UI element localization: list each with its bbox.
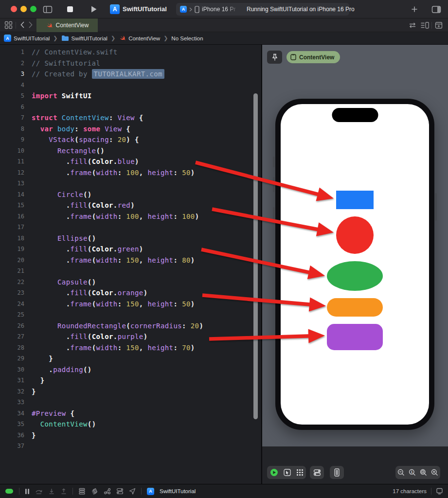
go-forward-button[interactable] [28,21,33,29]
zoom-in-button[interactable] [431,469,438,476]
phone-screen[interactable] [281,104,429,425]
preview-chip-label: ContentView [299,54,334,61]
line-number[interactable]: 35 [0,421,24,427]
line-number[interactable]: 10 [0,147,24,154]
zoom-100-button[interactable]: 1 [409,469,416,476]
selectable-preview-button[interactable] [284,469,291,476]
debug-gauges-button[interactable] [104,488,111,495]
line-number[interactable]: 26 [0,322,24,329]
line-number[interactable]: 9 [0,136,24,143]
stop-button[interactable] [67,4,73,15]
code-line: 10 Rectangle() [0,145,261,157]
go-back-button[interactable] [20,21,25,29]
line-number[interactable]: 13 [0,180,24,187]
line-number[interactable]: 17 [0,224,24,231]
line-number[interactable]: 27 [0,333,24,340]
code-line: 24 .frame(width: 150, height: 50) [0,299,261,310]
line-number[interactable]: 36 [0,432,24,439]
line-number[interactable]: 7 [0,114,24,121]
view-hierarchy-button[interactable] [78,488,86,495]
line-number[interactable]: 37 [0,443,24,449]
line-number[interactable]: 6 [0,104,24,110]
line-number[interactable]: 18 [0,235,24,242]
zoom-window-button[interactable] [30,6,36,12]
preview-zoom-group: 1 [395,466,440,479]
line-number[interactable]: 28 [0,344,24,351]
swap-editor-icon[interactable] [409,22,416,29]
line-number[interactable]: 11 [0,158,24,165]
line-number[interactable]: 20 [0,257,24,264]
line-number[interactable]: 3 [0,71,24,77]
line-number[interactable]: 31 [0,377,24,384]
line-number[interactable]: 24 [0,301,24,307]
line-number[interactable]: 5 [0,92,24,99]
pause-execution-button[interactable] [25,488,30,495]
editor-options-icon[interactable] [420,21,430,29]
line-number[interactable]: 8 [0,125,24,132]
line-number[interactable]: 32 [0,388,24,395]
line-number[interactable]: 23 [0,289,24,296]
editor-tab-bar: ContentView [0,18,448,32]
line-number[interactable]: 16 [0,213,24,220]
toggle-navigator-sidebar-button[interactable] [43,4,53,15]
tab-label: ContentView [56,22,89,29]
add-editor-icon[interactable] [435,21,443,29]
line-number[interactable]: 29 [0,355,24,362]
pin-preview-button[interactable] [267,51,282,64]
device-settings-button[interactable] [310,466,324,479]
code-line: 20 .frame(width: 150, height: 80) [0,255,261,266]
breadcrumb-file[interactable]: ContentView [119,35,160,42]
close-window-button[interactable] [11,6,17,12]
code-line: 17 [0,222,261,233]
preview-variants-button[interactable] [296,469,304,476]
preview-device-button[interactable] [330,466,344,479]
swift-file-icon [46,22,53,29]
zoom-out-button[interactable] [397,469,405,476]
editor-scrollbar[interactable] [253,93,258,419]
line-number[interactable]: 1 [0,49,24,55]
environment-overrides-button[interactable] [116,488,124,495]
code-line: 11 .fill(Color.blue) [0,156,261,167]
line-number[interactable]: 22 [0,279,24,285]
running-app-name: SwiftUITutorial [160,488,196,494]
line-number[interactable]: 12 [0,169,24,176]
live-preview-button[interactable] [270,468,278,477]
breadcrumb-project[interactable]: A SwiftUITutorial [4,35,50,42]
step-into-button[interactable] [48,488,55,495]
source-editor[interactable]: 1// ContentView.swift2// SwiftTutorial3/… [0,45,261,484]
line-number[interactable]: 21 [0,267,24,274]
breakpoints-toggle[interactable] [5,488,14,494]
iphone-preview-frame [275,99,434,430]
line-number[interactable]: 33 [0,399,24,406]
preview-selection-chip[interactable]: ContentView [287,51,340,63]
line-number[interactable]: 15 [0,202,24,209]
add-library-button[interactable] [411,4,418,15]
editor-display-button[interactable] [436,488,443,495]
line-number[interactable]: 14 [0,191,24,198]
line-number[interactable]: 25 [0,311,24,318]
breadcrumb-selection[interactable]: No Selection [171,36,203,41]
simulate-location-button[interactable] [129,488,136,495]
iphone-icon [334,468,340,477]
line-number[interactable]: 19 [0,246,24,252]
scheme-selector[interactable]: A iPhone 16 Pr [176,3,242,16]
run-button[interactable] [90,4,97,15]
code-line: 21 [0,266,261,277]
breadcrumb-group[interactable]: SwiftUITutorial [61,35,108,41]
zoom-fit-button[interactable] [420,469,427,476]
memory-graph-button[interactable] [91,488,98,495]
minimize-window-button[interactable] [20,6,27,12]
preview-shape-circle [336,216,374,254]
step-over-button[interactable] [35,488,43,495]
toolbar-activity-area[interactable]: A iPhone 16 Pr Running SwiftUITutorial o… [176,3,349,16]
line-number[interactable]: 2 [0,60,24,67]
step-out-button[interactable] [60,488,67,495]
related-items-grid-icon[interactable] [4,21,13,29]
breadcrumb-separator: ❯ [110,35,116,41]
tab-contentview[interactable]: ContentView [36,18,98,32]
chevron-right-icon [189,7,192,12]
line-number[interactable]: 34 [0,410,24,417]
line-number[interactable]: 4 [0,82,24,89]
toggle-inspector-sidebar-button[interactable] [431,4,441,15]
line-number[interactable]: 30 [0,366,24,373]
